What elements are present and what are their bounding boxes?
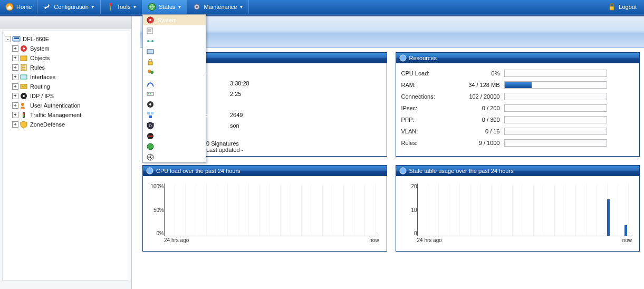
tools-icon — [106, 3, 114, 11]
chart-icon — [399, 167, 407, 175]
panel-cpu-chart-header: CPU load over the past 24 hours — [143, 166, 387, 176]
status-dd-slb[interactable]: Server Load Balancing — [143, 110, 206, 120]
svg-rect-31 — [14, 37, 19, 39]
tree-expand-icon[interactable]: + — [12, 121, 18, 128]
status-dd-label: Interfaces — [157, 49, 182, 55]
y-tick: 10 — [411, 207, 417, 213]
av-icon — [146, 153, 155, 161]
menu-tools[interactable]: Tools ▼ — [101, 0, 143, 14]
blacklist-icon — [146, 132, 155, 140]
menu-configuration-label: Configuration — [54, 4, 88, 10]
chevron-down-icon: ▼ — [239, 5, 243, 9]
status-dd-blacklist[interactable]: Blacklist — [143, 131, 206, 141]
system-icon — [146, 16, 155, 24]
status-dd-label: Web Content Filtering — [157, 143, 213, 150]
content-header — [140, 16, 644, 48]
tree-item-rules[interactable]: +Rules — [5, 63, 127, 72]
nav-tree: - DFL-860E +System+Objects+Rules+Interfa… — [2, 31, 129, 281]
logout-button[interactable]: Logout — [600, 0, 644, 14]
tree-item-interfaces[interactable]: +Interfaces — [5, 72, 127, 82]
status-dd-ipsec[interactable]: IPsec — [143, 57, 206, 68]
slb-icon — [146, 111, 155, 119]
panel-cpu-chart-title: CPU load over the past 24 hours — [156, 168, 241, 174]
objects-icon — [20, 54, 28, 62]
menu-status[interactable]: Status ▼ SystemLoggingConnectionsInterfa… — [142, 0, 187, 14]
wrench-icon — [43, 3, 51, 11]
system-icon — [20, 44, 28, 53]
menu-home[interactable]: Home — [0, 0, 37, 14]
tree-item-label: User Authentication — [30, 102, 80, 109]
logout-label: Logout — [619, 4, 637, 10]
resource-row: Rules:9 / 1000 — [401, 137, 635, 149]
tree-item-objects[interactable]: +Objects — [5, 53, 127, 63]
tree-collapse-icon[interactable]: - — [5, 36, 11, 42]
tree-expand-icon[interactable]: + — [12, 55, 18, 61]
tree-expand-icon[interactable]: + — [12, 102, 18, 109]
tree-expand-icon[interactable]: + — [12, 83, 18, 90]
status-dd-idpips[interactable]: IDP/IPS — [143, 99, 206, 110]
svg-point-17 — [149, 103, 151, 105]
tree-item-label: IDP / IPS — [30, 93, 54, 99]
tree-item-system[interactable]: +System — [5, 44, 127, 53]
status-dd-interfaces[interactable]: Interfaces — [143, 46, 206, 57]
top-menu-bar: Home Configuration ▼ Tools ▼ Status ▼ Sy… — [0, 0, 644, 14]
sysinfo-value: 2649 — [198, 112, 381, 118]
status-dd-logging[interactable]: Logging — [143, 25, 206, 36]
resource-bar — [504, 104, 607, 112]
menu-maintenance[interactable]: Maintenance ▼ — [187, 0, 249, 14]
chart-icon — [146, 167, 153, 175]
svg-text:D: D — [149, 123, 152, 128]
svg-rect-29 — [610, 6, 614, 10]
tree-item-userauth[interactable]: +User Authentication — [5, 101, 127, 110]
tree-expand-icon[interactable]: + — [12, 112, 18, 118]
svg-point-7 — [147, 40, 149, 42]
status-dropdown: SystemLoggingConnectionsInterfacesIPsecU… — [142, 14, 206, 163]
status-dd-user-auth[interactable]: User Authentication — [143, 68, 206, 78]
svg-point-47 — [400, 55, 406, 61]
user-auth-icon — [146, 69, 155, 77]
status-dd-zonedefense[interactable]: DZoneDefense — [143, 120, 206, 131]
tree-expand-icon[interactable]: + — [12, 64, 18, 71]
tree-expand-icon[interactable]: + — [12, 74, 18, 80]
globe-icon — [148, 3, 156, 11]
status-dd-system[interactable]: System — [143, 15, 206, 25]
resource-bar — [504, 116, 607, 123]
svg-rect-10 — [148, 62, 152, 65]
resource-key: Rules: — [401, 140, 457, 146]
svg-point-39 — [23, 95, 25, 97]
zonedef-icon — [20, 120, 28, 129]
rules-icon — [20, 63, 28, 72]
status-dd-routes[interactable]: Routes — [143, 78, 206, 89]
status-dd-connections[interactable]: Connections — [143, 36, 206, 46]
y-tick: 50% — [153, 207, 164, 213]
logging-icon — [146, 26, 155, 35]
tree-item-routing[interactable]: +Routing — [5, 82, 127, 91]
tree-root[interactable]: - DFL-860E — [5, 34, 127, 44]
resource-value: 9 / 1000 — [457, 140, 504, 146]
panel-state-chart: State table usage over the past 24 hours… — [396, 165, 640, 252]
page-body: - DFL-860E +System+Objects+Rules+Interfa… — [0, 16, 644, 289]
svg-point-33 — [23, 47, 25, 50]
tree-item-label: System — [30, 45, 50, 52]
panels-grid: System Status ModSys3:38:28Upti2:25ConFi… — [132, 48, 644, 289]
status-dd-av[interactable]: Anti-Virus — [143, 152, 206, 162]
svg-point-42 — [23, 113, 25, 114]
resource-key: CPU Load: — [401, 70, 457, 76]
status-dd-label: Connections — [157, 38, 189, 44]
tree-item-idp[interactable]: +IDP / IPS — [5, 91, 127, 101]
resource-key: IPsec: — [401, 105, 457, 111]
status-dd-dhcp[interactable]: DHCP Server — [143, 89, 206, 99]
tree-root-label: DFL-860E — [23, 36, 49, 42]
resource-value: 0 / 16 — [457, 128, 504, 134]
svg-rect-23 — [148, 136, 152, 137]
tree-item-zonedef[interactable]: +ZoneDefense — [5, 120, 127, 129]
svg-point-14 — [148, 93, 149, 94]
tree-expand-icon[interactable]: + — [12, 93, 18, 99]
menu-configuration[interactable]: Configuration ▼ — [37, 0, 100, 14]
status-dd-wcf[interactable]: Web Content Filtering — [143, 141, 206, 152]
sidebar: - DFL-860E +System+Objects+Rules+Interfa… — [0, 16, 132, 289]
tree-expand-icon[interactable]: + — [12, 45, 18, 52]
tree-item-traffic[interactable]: +Traffic Management — [5, 110, 127, 120]
status-dd-label: Blacklist — [157, 133, 178, 139]
traffic-icon — [20, 111, 28, 119]
